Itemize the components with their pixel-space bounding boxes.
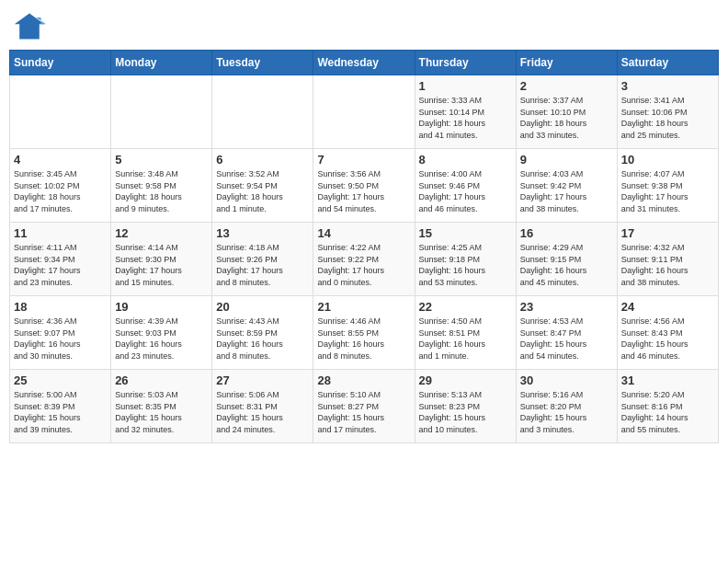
day-number: 26 <box>115 373 208 387</box>
day-header-tuesday: Tuesday <box>212 51 313 75</box>
calendar-cell: 29Sunrise: 5:13 AM Sunset: 8:23 PM Dayli… <box>415 370 516 443</box>
calendar-cell: 15Sunrise: 4:25 AM Sunset: 9:18 PM Dayli… <box>415 223 516 296</box>
day-number: 15 <box>419 226 512 240</box>
logo <box>13 9 50 42</box>
day-number: 31 <box>621 373 714 387</box>
day-number: 2 <box>520 79 613 93</box>
day-number: 22 <box>419 300 512 314</box>
day-number: 19 <box>115 300 208 314</box>
day-number: 25 <box>14 373 107 387</box>
day-info: Sunrise: 4:36 AM Sunset: 9:07 PM Dayligh… <box>14 316 107 362</box>
day-number: 16 <box>520 226 613 240</box>
day-number: 17 <box>621 226 714 240</box>
week-row-1: 1Sunrise: 3:33 AM Sunset: 10:14 PM Dayli… <box>10 75 719 149</box>
day-number: 10 <box>621 153 714 167</box>
day-info: Sunrise: 4:32 AM Sunset: 9:11 PM Dayligh… <box>621 242 714 288</box>
calendar-cell: 21Sunrise: 4:46 AM Sunset: 8:55 PM Dayli… <box>313 296 415 370</box>
day-number: 5 <box>115 153 208 167</box>
week-row-3: 11Sunrise: 4:11 AM Sunset: 9:34 PM Dayli… <box>10 223 719 296</box>
day-info: Sunrise: 4:22 AM Sunset: 9:22 PM Dayligh… <box>317 242 410 288</box>
day-info: Sunrise: 5:06 AM Sunset: 8:31 PM Dayligh… <box>216 389 309 435</box>
day-number: 6 <box>216 153 309 167</box>
calendar-cell: 17Sunrise: 4:32 AM Sunset: 9:11 PM Dayli… <box>617 223 718 296</box>
day-info: Sunrise: 4:53 AM Sunset: 8:47 PM Dayligh… <box>520 316 613 362</box>
day-info: Sunrise: 5:20 AM Sunset: 8:16 PM Dayligh… <box>621 389 714 435</box>
day-number: 20 <box>216 300 309 314</box>
day-number: 27 <box>216 373 309 387</box>
day-info: Sunrise: 4:18 AM Sunset: 9:26 PM Dayligh… <box>216 242 309 288</box>
calendar-table: SundayMondayTuesdayWednesdayThursdayFrid… <box>9 50 719 443</box>
calendar-cell <box>313 75 415 149</box>
day-number: 11 <box>14 226 107 240</box>
day-header-monday: Monday <box>111 51 212 75</box>
day-header-friday: Friday <box>516 51 617 75</box>
day-info: Sunrise: 3:41 AM Sunset: 10:06 PM Daylig… <box>621 95 714 141</box>
calendar-cell: 14Sunrise: 4:22 AM Sunset: 9:22 PM Dayli… <box>313 223 415 296</box>
day-info: Sunrise: 3:33 AM Sunset: 10:14 PM Daylig… <box>419 95 512 141</box>
day-info: Sunrise: 4:14 AM Sunset: 9:30 PM Dayligh… <box>115 242 208 288</box>
day-number: 12 <box>115 226 208 240</box>
day-info: Sunrise: 4:00 AM Sunset: 9:46 PM Dayligh… <box>419 168 512 214</box>
day-info: Sunrise: 5:16 AM Sunset: 8:20 PM Dayligh… <box>520 389 613 435</box>
day-info: Sunrise: 3:56 AM Sunset: 9:50 PM Dayligh… <box>317 168 410 214</box>
calendar-cell <box>212 75 313 149</box>
day-number: 14 <box>317 226 410 240</box>
calendar-cell <box>10 75 111 149</box>
calendar-cell: 10Sunrise: 4:07 AM Sunset: 9:38 PM Dayli… <box>617 149 718 223</box>
calendar-cell: 31Sunrise: 5:20 AM Sunset: 8:16 PM Dayli… <box>617 370 718 443</box>
week-row-2: 4Sunrise: 3:45 AM Sunset: 10:02 PM Dayli… <box>10 149 719 223</box>
day-number: 24 <box>621 300 714 314</box>
svg-marker-0 <box>15 14 44 40</box>
day-number: 18 <box>14 300 107 314</box>
calendar-cell: 12Sunrise: 4:14 AM Sunset: 9:30 PM Dayli… <box>111 223 212 296</box>
day-info: Sunrise: 4:50 AM Sunset: 8:51 PM Dayligh… <box>419 316 512 362</box>
day-info: Sunrise: 3:45 AM Sunset: 10:02 PM Daylig… <box>14 168 107 214</box>
calendar-cell: 20Sunrise: 4:43 AM Sunset: 8:59 PM Dayli… <box>212 296 313 370</box>
day-info: Sunrise: 4:29 AM Sunset: 9:15 PM Dayligh… <box>520 242 613 288</box>
day-number: 8 <box>419 153 512 167</box>
calendar-cell: 6Sunrise: 3:52 AM Sunset: 9:54 PM Daylig… <box>212 149 313 223</box>
day-number: 30 <box>520 373 613 387</box>
day-header-thursday: Thursday <box>415 51 516 75</box>
calendar-cell: 8Sunrise: 4:00 AM Sunset: 9:46 PM Daylig… <box>415 149 516 223</box>
day-info: Sunrise: 3:48 AM Sunset: 9:58 PM Dayligh… <box>115 168 208 214</box>
calendar-cell: 13Sunrise: 4:18 AM Sunset: 9:26 PM Dayli… <box>212 223 313 296</box>
calendar-cell: 26Sunrise: 5:03 AM Sunset: 8:35 PM Dayli… <box>111 370 212 443</box>
day-info: Sunrise: 3:52 AM Sunset: 9:54 PM Dayligh… <box>216 168 309 214</box>
day-header-sunday: Sunday <box>10 51 111 75</box>
day-number: 7 <box>317 153 410 167</box>
logo-icon <box>13 9 46 42</box>
day-header-row: SundayMondayTuesdayWednesdayThursdayFrid… <box>10 51 719 75</box>
day-number: 21 <box>317 300 410 314</box>
calendar-cell: 4Sunrise: 3:45 AM Sunset: 10:02 PM Dayli… <box>10 149 111 223</box>
day-info: Sunrise: 5:00 AM Sunset: 8:39 PM Dayligh… <box>14 389 107 435</box>
calendar-cell: 23Sunrise: 4:53 AM Sunset: 8:47 PM Dayli… <box>516 296 617 370</box>
day-number: 3 <box>621 79 714 93</box>
day-number: 1 <box>419 79 512 93</box>
page-header <box>9 9 719 42</box>
calendar-cell: 2Sunrise: 3:37 AM Sunset: 10:10 PM Dayli… <box>516 75 617 149</box>
day-header-wednesday: Wednesday <box>313 51 415 75</box>
day-header-saturday: Saturday <box>617 51 718 75</box>
day-info: Sunrise: 5:13 AM Sunset: 8:23 PM Dayligh… <box>419 389 512 435</box>
week-row-4: 18Sunrise: 4:36 AM Sunset: 9:07 PM Dayli… <box>10 296 719 370</box>
day-number: 9 <box>520 153 613 167</box>
calendar-cell: 16Sunrise: 4:29 AM Sunset: 9:15 PM Dayli… <box>516 223 617 296</box>
day-number: 23 <box>520 300 613 314</box>
day-info: Sunrise: 4:03 AM Sunset: 9:42 PM Dayligh… <box>520 168 613 214</box>
calendar-cell <box>111 75 212 149</box>
day-info: Sunrise: 3:37 AM Sunset: 10:10 PM Daylig… <box>520 95 613 141</box>
calendar-cell: 3Sunrise: 3:41 AM Sunset: 10:06 PM Dayli… <box>617 75 718 149</box>
day-info: Sunrise: 5:03 AM Sunset: 8:35 PM Dayligh… <box>115 389 208 435</box>
day-info: Sunrise: 4:56 AM Sunset: 8:43 PM Dayligh… <box>621 316 714 362</box>
day-info: Sunrise: 4:11 AM Sunset: 9:34 PM Dayligh… <box>14 242 107 288</box>
calendar-cell: 28Sunrise: 5:10 AM Sunset: 8:27 PM Dayli… <box>313 370 415 443</box>
calendar-cell: 24Sunrise: 4:56 AM Sunset: 8:43 PM Dayli… <box>617 296 718 370</box>
day-number: 4 <box>14 153 107 167</box>
week-row-5: 25Sunrise: 5:00 AM Sunset: 8:39 PM Dayli… <box>10 370 719 443</box>
calendar-cell: 30Sunrise: 5:16 AM Sunset: 8:20 PM Dayli… <box>516 370 617 443</box>
calendar-cell: 5Sunrise: 3:48 AM Sunset: 9:58 PM Daylig… <box>111 149 212 223</box>
calendar-cell: 7Sunrise: 3:56 AM Sunset: 9:50 PM Daylig… <box>313 149 415 223</box>
day-info: Sunrise: 4:07 AM Sunset: 9:38 PM Dayligh… <box>621 168 714 214</box>
calendar-cell: 18Sunrise: 4:36 AM Sunset: 9:07 PM Dayli… <box>10 296 111 370</box>
